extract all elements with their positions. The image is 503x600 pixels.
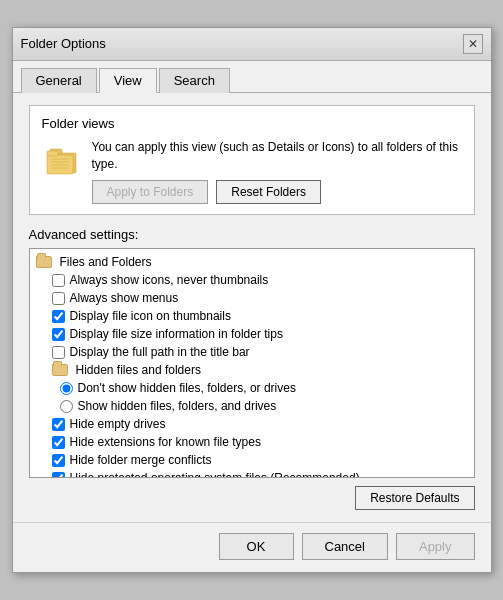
hide-extensions-checkbox[interactable] xyxy=(52,436,65,449)
always-show-menus-checkbox[interactable] xyxy=(52,292,65,305)
hide-extensions-label: Hide extensions for known file types xyxy=(70,435,261,449)
always-show-menus-label: Always show menus xyxy=(70,291,179,305)
files-and-folders-label: Files and Folders xyxy=(60,255,152,269)
list-item: Hide empty drives xyxy=(30,415,474,433)
list-item: Don't show hidden files, folders, or dri… xyxy=(30,379,474,397)
list-item: Display file size information in folder … xyxy=(30,325,474,343)
dont-show-hidden-radio[interactable] xyxy=(60,382,73,395)
list-item: Hide protected operating system files (R… xyxy=(30,469,474,478)
hide-empty-drives-checkbox[interactable] xyxy=(52,418,65,431)
tab-content: Folder views xyxy=(13,93,491,523)
dont-show-hidden-label: Don't show hidden files, folders, or dri… xyxy=(78,381,296,395)
apply-button[interactable]: Apply xyxy=(396,533,475,560)
tab-bar: General View Search xyxy=(13,61,491,93)
display-file-size-label: Display file size information in folder … xyxy=(70,327,283,341)
folder-views-row: You can apply this view (such as Details… xyxy=(42,139,462,205)
folder-small-icon xyxy=(36,256,52,268)
display-file-icon-label: Display file icon on thumbnails xyxy=(70,309,231,323)
list-item: Always show menus xyxy=(30,289,474,307)
always-show-icons-checkbox[interactable] xyxy=(52,274,65,287)
show-hidden-radio[interactable] xyxy=(60,400,73,413)
close-button[interactable]: ✕ xyxy=(463,34,483,54)
reset-folders-button[interactable]: Reset Folders xyxy=(216,180,321,204)
advanced-settings-tree[interactable]: Files and Folders Always show icons, nev… xyxy=(29,248,475,478)
cancel-button[interactable]: Cancel xyxy=(302,533,388,560)
restore-defaults-button[interactable]: Restore Defaults xyxy=(355,486,474,510)
svg-rect-3 xyxy=(47,151,58,156)
hidden-files-label: Hidden files and folders xyxy=(76,363,201,377)
hide-folder-merge-checkbox[interactable] xyxy=(52,454,65,467)
tab-view[interactable]: View xyxy=(99,68,157,93)
display-full-path-checkbox[interactable] xyxy=(52,346,65,359)
list-item: Always show icons, never thumbnails xyxy=(30,271,474,289)
display-file-size-checkbox[interactable] xyxy=(52,328,65,341)
folder-icon xyxy=(42,139,82,179)
folder-options-window: Folder Options ✕ General View Search Fol… xyxy=(12,27,492,574)
tab-general[interactable]: General xyxy=(21,68,97,93)
hide-folder-merge-label: Hide folder merge conflicts xyxy=(70,453,212,467)
folder-views-description: You can apply this view (such as Details… xyxy=(92,139,462,173)
title-bar: Folder Options ✕ xyxy=(13,28,491,61)
apply-to-folders-button[interactable]: Apply to Folders xyxy=(92,180,209,204)
files-and-folders-header: Files and Folders xyxy=(30,253,474,271)
restore-defaults-row: Restore Defaults xyxy=(29,486,475,510)
show-hidden-label: Show hidden files, folders, and drives xyxy=(78,399,277,413)
hidden-folder-icon xyxy=(52,364,68,376)
hide-protected-label: Hide protected operating system files (R… xyxy=(70,471,360,478)
always-show-icons-label: Always show icons, never thumbnails xyxy=(70,273,269,287)
hide-protected-checkbox[interactable] xyxy=(52,472,65,479)
advanced-settings-label: Advanced settings: xyxy=(29,227,475,242)
window-title: Folder Options xyxy=(21,36,106,51)
tab-search[interactable]: Search xyxy=(159,68,230,93)
svg-rect-2 xyxy=(47,155,73,174)
list-item: Hide folder merge conflicts xyxy=(30,451,474,469)
hide-empty-drives-label: Hide empty drives xyxy=(70,417,166,431)
folder-views-buttons: Apply to Folders Reset Folders xyxy=(92,180,462,204)
hidden-files-header: Hidden files and folders xyxy=(30,361,474,379)
display-full-path-label: Display the full path in the title bar xyxy=(70,345,250,359)
list-item: Display file icon on thumbnails xyxy=(30,307,474,325)
list-item: Display the full path in the title bar xyxy=(30,343,474,361)
list-item: Hide extensions for known file types xyxy=(30,433,474,451)
bottom-button-bar: OK Cancel Apply xyxy=(13,522,491,572)
display-file-icon-checkbox[interactable] xyxy=(52,310,65,323)
list-item: Show hidden files, folders, and drives xyxy=(30,397,474,415)
ok-button[interactable]: OK xyxy=(219,533,294,560)
folder-views-section: Folder views xyxy=(29,105,475,216)
folder-views-label: Folder views xyxy=(42,116,462,131)
folder-views-info: You can apply this view (such as Details… xyxy=(92,139,462,205)
